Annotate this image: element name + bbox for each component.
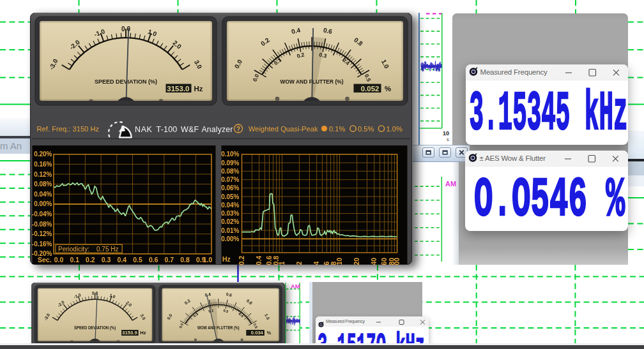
svg-text:0.75 Hz: 0.75 Hz xyxy=(96,246,118,253)
svg-text:0.00%: 0.00% xyxy=(34,200,52,207)
svg-text:60: 60 xyxy=(380,258,388,265)
svg-text:SPEED DEVIATION (%): SPEED DEVIATION (%) xyxy=(74,325,116,330)
svg-text:-0.04%: -0.04% xyxy=(32,211,52,218)
svg-text:%: % xyxy=(385,85,391,93)
svg-text:00: 00 xyxy=(393,258,401,265)
svg-text:0.0: 0.0 xyxy=(54,256,64,264)
svg-text:4: 4 xyxy=(312,262,320,265)
svg-text:Sec.: Sec. xyxy=(38,256,52,264)
svg-text:1: 1 xyxy=(278,262,286,265)
svg-text:1.0%: 1.0% xyxy=(387,125,403,133)
svg-text:0.1%: 0.1% xyxy=(329,125,346,133)
svg-text:10: 10 xyxy=(443,130,449,137)
svg-text:AM: AM xyxy=(445,180,456,188)
svg-text:0.034: 0.034 xyxy=(250,330,263,336)
svg-text:1.0: 1.0 xyxy=(203,256,213,264)
svg-text:0.05%: 0.05% xyxy=(221,193,239,200)
svg-text:0.04%: 0.04% xyxy=(34,191,52,198)
svg-text:0.07%: 0.07% xyxy=(221,176,239,183)
svg-text:10: 10 xyxy=(335,258,343,265)
svg-text:0.01%: 0.01% xyxy=(221,227,239,234)
svg-text:AM: AM xyxy=(291,283,300,290)
svg-text:Weighted Quasi-Peak: Weighted Quasi-Peak xyxy=(249,125,318,133)
svg-text:0.052: 0.052 xyxy=(361,85,379,93)
svg-text:Hz: Hz xyxy=(140,330,146,336)
svg-text:0.09%: 0.09% xyxy=(221,160,239,167)
svg-text:-0.08%: -0.08% xyxy=(32,221,52,228)
svg-text:3153.9: 3153.9 xyxy=(122,330,137,336)
svg-text:0.4: 0.4 xyxy=(255,256,263,265)
svg-text:Analyzer: Analyzer xyxy=(202,125,233,134)
svg-text:Hz: Hz xyxy=(194,85,203,93)
svg-text:0.12%: 0.12% xyxy=(34,171,52,178)
svg-text:Periodicity:: Periodicity: xyxy=(58,246,89,253)
svg-text:Hz: Hz xyxy=(222,255,231,263)
svg-text:0.08%: 0.08% xyxy=(34,181,52,188)
svg-text:3153.0: 3153.0 xyxy=(167,85,189,93)
svg-text:0.6: 0.6 xyxy=(265,256,273,265)
svg-text:0.4: 0.4 xyxy=(117,256,126,264)
svg-text:0.02%: 0.02% xyxy=(221,218,239,225)
svg-text:0.00%: 0.00% xyxy=(221,235,239,242)
svg-text:0.6: 0.6 xyxy=(149,256,158,264)
svg-text:W&F: W&F xyxy=(181,125,199,134)
svg-text:0.10%: 0.10% xyxy=(221,151,239,158)
svg-text:NAK: NAK xyxy=(135,125,153,134)
svg-text:SPEED DEVIATION (%): SPEED DEVIATION (%) xyxy=(95,78,157,85)
svg-text:6: 6 xyxy=(323,262,330,265)
svg-text:0.5%: 0.5% xyxy=(358,125,374,133)
svg-text:0.0: 0.0 xyxy=(121,26,130,33)
svg-text:s: s xyxy=(447,137,449,142)
svg-text:0.7: 0.7 xyxy=(165,256,174,264)
svg-text:%: % xyxy=(266,330,271,336)
svg-text:0.08%: 0.08% xyxy=(221,168,239,175)
svg-text:T-100: T-100 xyxy=(157,125,178,134)
svg-text:0.8: 0.8 xyxy=(180,256,190,264)
svg-text:-0.16%: -0.16% xyxy=(32,241,52,248)
svg-text:Ref. Freq.: 3150 Hz: Ref. Freq.: 3150 Hz xyxy=(37,125,100,133)
svg-text:0.3: 0.3 xyxy=(102,256,111,264)
svg-text:0.16%: 0.16% xyxy=(34,161,52,168)
svg-text:0.2: 0.2 xyxy=(86,256,95,264)
svg-text:40: 40 xyxy=(371,258,378,265)
svg-text:0.03%: 0.03% xyxy=(221,210,239,217)
svg-text:0.04%: 0.04% xyxy=(221,202,239,209)
svg-text:3.15345 kHz: 3.15345 kHz xyxy=(469,82,627,145)
svg-text:WOW AND FLUTTER (%): WOW AND FLUTTER (%) xyxy=(197,325,239,330)
svg-text:0.5: 0.5 xyxy=(133,256,142,264)
svg-text:0.2: 0.2 xyxy=(238,256,245,265)
svg-text:0.1: 0.1 xyxy=(70,256,79,264)
svg-text:?: ? xyxy=(236,126,240,133)
svg-text:O.O546 %: O.O546 % xyxy=(474,168,625,231)
svg-text:2: 2 xyxy=(295,262,303,265)
svg-text:-0.12%: -0.12% xyxy=(32,230,52,237)
svg-text:20: 20 xyxy=(353,258,360,265)
svg-text:0.06%: 0.06% xyxy=(221,184,239,191)
svg-text:0.20%: 0.20% xyxy=(34,151,52,158)
